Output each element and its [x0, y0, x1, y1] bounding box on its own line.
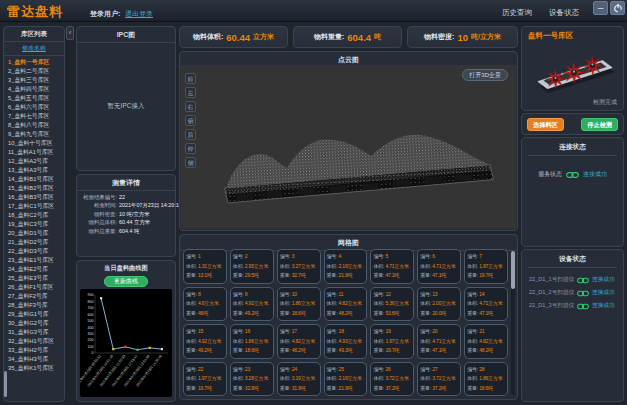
storage-area-item[interactable]: 35_盘料K1号库区	[8, 364, 64, 373]
cell-volume-value: 2.00	[432, 300, 441, 306]
cell-volume-label: 体积:	[373, 263, 384, 269]
cell-weight-label: 重量:	[373, 385, 384, 391]
cell-weight-label: 重量:	[233, 385, 244, 391]
detail-label: 检测结果编号:	[79, 193, 117, 201]
view-direction-button[interactable]: 侧	[185, 157, 196, 168]
storage-area-item[interactable]: 9_盘料九号库区	[8, 130, 64, 139]
storage-area-item[interactable]: 31_盘料G3号库	[8, 328, 64, 337]
storage-area-item[interactable]: 15_盘料B2号库区	[8, 184, 64, 193]
storage-area-item[interactable]: 18_盘料C2号库	[8, 211, 64, 220]
view-direction-button[interactable]: 俯	[185, 115, 196, 126]
collapse-panel-button[interactable]: ‹	[66, 26, 74, 40]
device-status-value: 连接成功	[592, 302, 614, 310]
storage-area-item[interactable]: 4_盘料四号库区	[8, 85, 64, 94]
device-rows: 22_D1_1号扫描仪 连接成功 22_D1_2号扫描仪 连接成功 22_D1_…	[522, 276, 623, 310]
storage-area-item[interactable]: 30_盘料G2号库	[8, 319, 64, 328]
view-direction-button[interactable]: 左	[185, 87, 196, 98]
view-direction-button[interactable]: 前	[185, 73, 196, 84]
cell-weight-label: 重量:	[467, 272, 478, 278]
cell-id-label: 编号:	[280, 328, 291, 334]
storage-area-item[interactable]: 25_盘料E3号库	[8, 274, 64, 283]
cell-weight-value: 49.3	[339, 347, 348, 353]
cell-volume-label: 体积:	[233, 300, 244, 306]
storage-area-item[interactable]: 6_盘料六号库区	[8, 103, 64, 112]
cell-weight-unit: 吨	[207, 347, 212, 353]
storage-area-item[interactable]: 17_盘料C1号库区	[8, 202, 64, 211]
select-area-button[interactable]: 选择料区	[527, 118, 564, 131]
open-3d-button[interactable]: 打开3D全景	[462, 69, 508, 81]
storage-area-item[interactable]: 1_盘料一号库区	[8, 58, 64, 67]
cell-weight-unit: 吨	[394, 310, 399, 316]
stop-detection-button[interactable]: 停止检测	[581, 118, 618, 131]
view-direction-button[interactable]: 后	[185, 129, 196, 140]
detail-row: 物料密度: 10 吨/立方米	[79, 210, 173, 218]
cell-volume-unit: 立方米	[394, 375, 408, 381]
refresh-curve-button[interactable]: 更新曲线	[104, 276, 148, 287]
storage-area-item[interactable]: 5_盘料五号库区	[8, 94, 64, 103]
storage-area-item[interactable]: 26_盘料F1号库区	[8, 283, 64, 292]
storage-area-item[interactable]: 10_盘料十号库区	[8, 139, 64, 148]
cell-weight-unit: 吨	[394, 272, 399, 278]
grid-scrollbar[interactable]	[511, 251, 515, 395]
storage-area-item[interactable]: 34_盘料H3号库	[8, 355, 64, 364]
storage-area-item[interactable]: 33_盘料H2号库	[8, 346, 64, 355]
cell-weight-label: 重量:	[420, 385, 431, 391]
cell-volume-unit: 立方米	[488, 263, 502, 269]
view-direction-button[interactable]: 右	[185, 101, 196, 112]
cell-id-label: 编号:	[186, 253, 197, 259]
storage-area-item[interactable]: 14_盘料B1号库区	[8, 175, 64, 184]
minimize-button[interactable]: ─	[593, 1, 608, 15]
storage-area-item[interactable]: 8_盘料八号库区	[8, 121, 64, 130]
grid-scrollbar-thumb[interactable]	[511, 251, 515, 289]
cell-volume-label: 体积:	[373, 375, 384, 381]
grid-cell: 编号: 12 体积: 5.36立方米 重量: 53.6吨	[370, 287, 414, 322]
cell-volume-unit: 立方米	[394, 300, 408, 306]
power-button[interactable]	[610, 1, 625, 15]
storage-area-item[interactable]: 21_盘料D2号库	[8, 238, 64, 247]
sidebar-scrollbar[interactable]	[4, 371, 7, 397]
cell-weight-unit: 吨	[441, 310, 446, 316]
storage-area-item[interactable]: 23_盘料E1号库区	[8, 256, 64, 265]
cell-id-value: 3	[292, 253, 295, 259]
storage-area-item[interactable]: 12_盘料A2号库	[8, 157, 64, 166]
cell-volume-label: 体积:	[327, 263, 338, 269]
storage-area-item[interactable]: 24_盘料E2号库	[8, 265, 64, 274]
rename-area-link[interactable]: 修改名称	[4, 42, 64, 56]
cell-id-label: 编号:	[420, 328, 431, 334]
storage-area-item[interactable]: 7_盘料七号库区	[8, 112, 64, 121]
logout-link[interactable]: 退出登录	[125, 9, 153, 19]
grid-cell: 编号: 20 体积: 4.71立方米 重量: 47.1吨	[417, 324, 461, 359]
storage-area-item[interactable]: 32_盘料H1号库区	[8, 337, 64, 346]
storage-area-item[interactable]: 11_盘料A1号库区	[8, 148, 64, 157]
cell-id-label: 编号:	[233, 328, 244, 334]
cell-weight-unit: 吨	[394, 347, 399, 353]
title-bar: 雷达盘料 登录用户: 退出登录 历史查询 设备状态 ─	[0, 0, 627, 22]
storage-area-item[interactable]: 28_盘料F3号库	[8, 301, 64, 310]
view-buttons: 前左右俯后仰侧	[185, 73, 196, 168]
storage-area-item[interactable]: 19_盘料C3号库	[8, 220, 64, 229]
storage-area-item[interactable]: 13_盘料A3号库	[8, 166, 64, 175]
cell-volume-label: 体积:	[373, 338, 384, 344]
minimize-icon: ─	[598, 4, 604, 13]
cell-volume-unit: 立方米	[207, 263, 221, 269]
cell-volume-value: 4.92	[198, 338, 207, 344]
cell-weight-value: 48.2	[339, 310, 348, 316]
cell-weight-unit: 吨	[348, 310, 353, 316]
app-title: 雷达盘料	[7, 3, 63, 21]
storage-area-item[interactable]: 27_盘料F2号库	[8, 292, 64, 301]
grid-cell: 编号: 15 体积: 4.92立方米 重量: 49.2吨	[183, 324, 227, 359]
storage-area-item[interactable]: 20_盘料D1号库	[8, 229, 64, 238]
history-query-link[interactable]: 历史查询	[502, 8, 532, 18]
storage-area-item[interactable]: 16_盘料B3号库区	[8, 193, 64, 202]
cell-weight-unit: 吨	[301, 385, 306, 391]
device-name: 22_D1_1号扫描仪	[529, 276, 574, 284]
storage-area-item[interactable]: 2_盘料二号库区	[8, 67, 64, 76]
cell-id-value: 15	[198, 328, 203, 334]
point-cloud-viewport[interactable]: 前左右俯后仰侧 打开3D全景	[181, 65, 516, 229]
view-direction-button[interactable]: 仰	[185, 143, 196, 154]
storage-area-item[interactable]: 29_盘料G1号库	[8, 310, 64, 319]
cell-weight-unit: 吨	[488, 385, 493, 391]
storage-area-item[interactable]: 3_盘料三号库区	[8, 76, 64, 85]
device-status-link[interactable]: 设备状态	[549, 8, 579, 18]
storage-area-item[interactable]: 22_盘料D3号库	[8, 247, 64, 256]
